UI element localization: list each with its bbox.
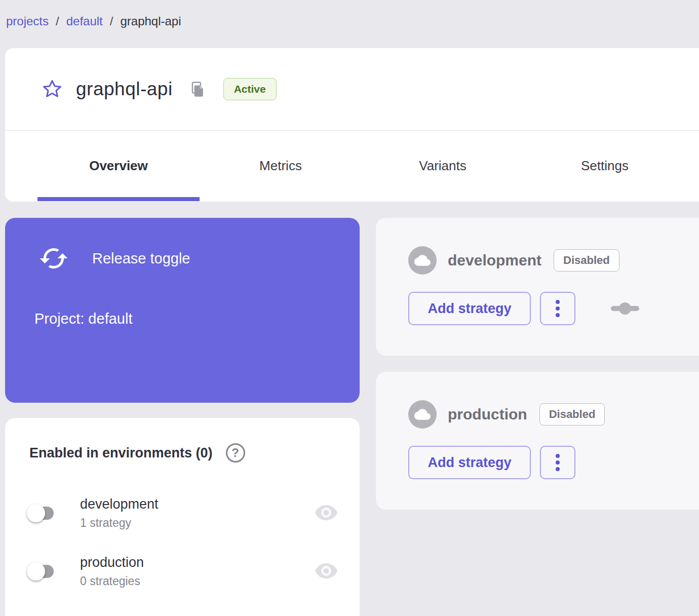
- breadcrumb-current: graphql-api: [120, 14, 181, 28]
- visibility-eye-icon[interactable]: [314, 505, 338, 522]
- strategy-panel-production: production Disabled Add strategy: [376, 372, 699, 510]
- kebab-dot: [556, 454, 560, 458]
- enabled-environments-header: Enabled in environments (0) ?: [29, 443, 245, 463]
- tab-label: Metrics: [259, 158, 302, 174]
- page-title: graphql-api: [76, 79, 173, 100]
- breadcrumb-separator: /: [56, 14, 59, 28]
- environment-row-development: development 1 strategy: [5, 489, 360, 537]
- cloud-environment-icon: [408, 400, 437, 429]
- kebab-dot: [556, 313, 560, 317]
- rollout-strategy-icon: [611, 302, 639, 315]
- project-feature-page: projects / default / graphql-api graphql…: [0, 0, 699, 616]
- kebab-dot: [556, 306, 560, 311]
- tab-settings[interactable]: Settings: [524, 131, 686, 201]
- tab-variants[interactable]: Variants: [362, 131, 524, 201]
- panel-environment-name: development: [448, 252, 541, 269]
- environment-name: production: [80, 555, 144, 570]
- tab-metrics[interactable]: Metrics: [200, 131, 362, 201]
- panel-actions: Add strategy: [408, 292, 639, 325]
- breadcrumb-link-default[interactable]: default: [66, 14, 103, 28]
- enabled-environments-title: Enabled in environments (0): [29, 445, 213, 461]
- kebab-dot: [556, 460, 560, 465]
- enabled-environments-card: Enabled in environments (0) ? developmen…: [5, 418, 360, 616]
- strategy-panel-development: development Disabled Add strategy: [376, 218, 699, 356]
- panel-header: production Disabled: [408, 400, 605, 429]
- environment-strategy-count: 1 strategy: [80, 516, 159, 530]
- release-toggle-icon: [38, 243, 69, 274]
- kebab-dot: [556, 467, 560, 471]
- add-strategy-button[interactable]: Add strategy: [408, 292, 531, 325]
- strategy-menu-kebab-button[interactable]: [540, 446, 575, 479]
- panel-environment-name: production: [448, 406, 527, 423]
- tab-label: Variants: [419, 158, 466, 174]
- toggle-knob: [27, 504, 45, 522]
- environment-toggle-production[interactable]: [28, 565, 54, 578]
- status-badge: Active: [223, 78, 277, 100]
- project-label: Project: default: [34, 311, 132, 327]
- toggle-type-label: Release toggle: [92, 250, 190, 267]
- environment-name: development: [80, 496, 159, 512]
- strategy-menu-kebab-button[interactable]: [540, 292, 575, 325]
- slider-dot: [619, 302, 631, 315]
- environment-status-badge: Disabled: [539, 403, 605, 426]
- panel-actions: Add strategy: [408, 446, 575, 479]
- kebab-dot: [556, 300, 560, 304]
- active-tab-underline: [37, 197, 200, 201]
- environment-strategy-count: 0 strategies: [80, 574, 144, 588]
- breadcrumb-link-projects[interactable]: projects: [6, 14, 49, 28]
- panel-header: development Disabled: [408, 246, 619, 275]
- tab-bar: Overview Metrics Variants Settings: [5, 131, 699, 201]
- toggle-summary-card: Release toggle Project: default No descr…: [5, 218, 360, 403]
- tab-overview[interactable]: Overview: [37, 131, 200, 201]
- tab-label: Overview: [89, 158, 148, 174]
- toggle-knob: [27, 562, 45, 581]
- environment-status-badge: Disabled: [554, 249, 619, 272]
- help-icon[interactable]: ?: [226, 443, 245, 463]
- breadcrumb-separator: /: [110, 14, 113, 28]
- copy-icon[interactable]: [190, 81, 205, 97]
- toggle-type-row: Release toggle: [38, 243, 190, 274]
- cloud-environment-icon: [408, 246, 437, 275]
- environment-row-production: production 0 strategies: [5, 547, 360, 596]
- tab-label: Settings: [581, 158, 629, 174]
- visibility-eye-icon[interactable]: [314, 563, 338, 580]
- environment-toggle-development[interactable]: [28, 507, 54, 520]
- feature-header-card: graphql-api Active Overview Metrics Vari…: [5, 48, 699, 202]
- feature-title-row: graphql-api Active: [5, 48, 699, 131]
- add-strategy-button[interactable]: Add strategy: [408, 446, 531, 479]
- favorite-star-icon[interactable]: [42, 79, 63, 100]
- breadcrumb: projects / default / graphql-api: [6, 14, 181, 28]
